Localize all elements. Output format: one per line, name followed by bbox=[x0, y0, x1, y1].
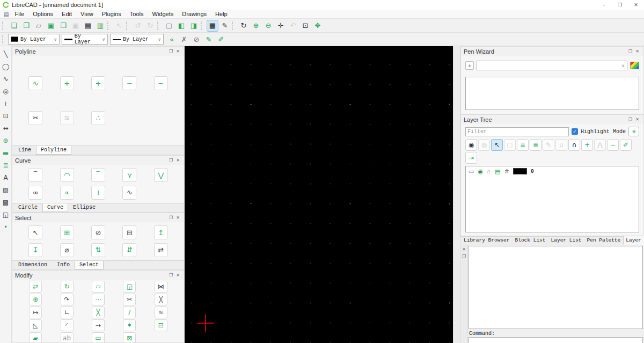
remove-layer-button[interactable]: − bbox=[607, 139, 619, 151]
tab-layer-tree[interactable]: Layer Tree bbox=[623, 236, 644, 245]
zoom-in-button[interactable]: ⊕ bbox=[250, 20, 262, 32]
tool-line[interactable]: ╲ bbox=[1, 49, 11, 59]
gear-icon[interactable]: ✳ bbox=[628, 127, 639, 136]
save-button[interactable]: ▣ bbox=[45, 20, 57, 32]
tool-block[interactable]: ◱ bbox=[1, 210, 11, 219]
menu-help[interactable]: Help bbox=[211, 10, 232, 18]
tool-measure[interactable]: ▬ bbox=[1, 148, 11, 157]
layer-region-button[interactable]: ▢ bbox=[504, 139, 516, 151]
tab-curve[interactable]: Curve bbox=[42, 203, 68, 212]
trim-segments-tool[interactable]: ✂ bbox=[28, 111, 42, 125]
tool-polyline[interactable]: ≀ bbox=[1, 99, 11, 108]
float-dock-icon[interactable]: ❐ bbox=[460, 254, 467, 259]
restore-button[interactable]: ❐ bbox=[612, 0, 628, 10]
scale-tool[interactable]: ▱ bbox=[92, 281, 105, 293]
select-contour-tool[interactable]: ↥ bbox=[154, 225, 168, 239]
drawing-canvas[interactable] bbox=[185, 46, 453, 343]
select-entity-tool[interactable]: ↖ bbox=[28, 225, 42, 239]
unlock-all-layers-button[interactable]: ∪ bbox=[555, 139, 567, 151]
back-button[interactable]: « bbox=[166, 33, 178, 45]
explode-tool[interactable]: ✶ bbox=[123, 319, 136, 331]
close-dock-icon[interactable]: ✕ bbox=[460, 247, 467, 252]
tab-dimension[interactable]: Dimension bbox=[13, 261, 52, 269]
construction-layer-button[interactable]: ⋀ bbox=[594, 139, 606, 151]
invert-selection-tool[interactable]: ⇄ bbox=[154, 243, 168, 257]
bevel-tool[interactable]: ◺ bbox=[29, 319, 42, 331]
close-dock-icon[interactable]: ✕ bbox=[634, 49, 641, 54]
delete-between-nodes-tool[interactable]: − bbox=[154, 76, 168, 90]
toolbar-handle[interactable] bbox=[2, 35, 6, 43]
tab-pen-palette[interactable]: Pen Palette bbox=[584, 236, 624, 245]
toolbar-handle[interactable] bbox=[157, 21, 161, 30]
attributes-tool[interactable]: ◲ bbox=[123, 281, 136, 293]
close-dock-icon[interactable]: ✕ bbox=[174, 49, 181, 54]
arc-center-point-angles-tool[interactable]: ⌒ bbox=[28, 168, 42, 182]
stretch-tool[interactable]: ⇢ bbox=[92, 319, 105, 331]
arc-tangential-tool[interactable]: ⌒ bbox=[91, 168, 105, 182]
close-dock-icon[interactable]: ✕ bbox=[174, 215, 181, 220]
trim-tool[interactable]: ✂ bbox=[123, 294, 136, 305]
fillet-tool[interactable]: ◜ bbox=[61, 319, 74, 331]
add-layer-button[interactable]: + bbox=[581, 139, 593, 151]
deselect-entity-tool[interactable]: ⊘ bbox=[91, 225, 105, 239]
layer-lock-toggle[interactable]: ∩ bbox=[487, 168, 491, 175]
tool-modify[interactable]: ⊕ bbox=[1, 136, 11, 145]
edit-layer-button[interactable]: ✐ bbox=[620, 139, 632, 151]
cut-tool[interactable]: ╳ bbox=[92, 306, 105, 318]
add-node-tool[interactable]: + bbox=[60, 76, 74, 90]
arc-three-points-tool[interactable]: ◠ bbox=[60, 168, 74, 182]
construction-frame-toggle[interactable]: ▭ bbox=[469, 168, 474, 175]
menu-edit[interactable]: Edit bbox=[57, 10, 76, 18]
move-copy-tool[interactable]: ⇄ bbox=[29, 281, 42, 293]
pan-zoom-button[interactable]: ✥ bbox=[312, 20, 324, 32]
menu-file[interactable]: File bbox=[10, 10, 28, 18]
menu-drawings[interactable]: Drawings bbox=[178, 10, 211, 18]
float-dock-icon[interactable]: ❐ bbox=[167, 49, 174, 54]
toolbar-handle[interactable] bbox=[107, 21, 111, 30]
delete-node-tool[interactable]: − bbox=[122, 76, 136, 90]
tab-info[interactable]: Info bbox=[52, 261, 75, 269]
parabola-focus-directrix-tool[interactable]: ∝ bbox=[60, 186, 74, 200]
tab-block-list[interactable]: Block List bbox=[513, 236, 548, 245]
equidistant-polylines-tool[interactable]: ≋ bbox=[60, 111, 74, 125]
kill-all-actions-button[interactable]: ✗ bbox=[178, 33, 190, 45]
pen-wizard-combo[interactable]: ∨ bbox=[477, 61, 627, 70]
new-child-layer-button[interactable]: ⇥ bbox=[465, 152, 477, 164]
grid-toggle[interactable]: ▦ bbox=[207, 20, 218, 32]
edit-polyline-tool[interactable]: ▭ bbox=[92, 332, 105, 342]
color-palette-button[interactable] bbox=[630, 62, 639, 69]
print-button[interactable]: ▤ bbox=[82, 20, 94, 32]
tool-text[interactable]: A bbox=[1, 173, 11, 182]
flatten-tree-button[interactable]: ≣ bbox=[530, 139, 541, 151]
tool-ellipse[interactable]: ◎ bbox=[1, 86, 11, 96]
menu-plugins[interactable]: Plugins bbox=[98, 10, 126, 18]
menu-options[interactable]: Options bbox=[28, 10, 57, 18]
mirror-tool[interactable]: ⋈ bbox=[155, 281, 167, 293]
float-dock-icon[interactable]: ❐ bbox=[627, 49, 634, 54]
hide-all-layers-button[interactable]: ◎ bbox=[478, 139, 490, 151]
tool-dimension[interactable]: ↔ bbox=[1, 123, 11, 133]
open-button[interactable]: ▱ bbox=[33, 20, 45, 32]
rotate-two-tool[interactable]: ⊕ bbox=[29, 294, 42, 305]
select-window-tool[interactable]: ⊞ bbox=[60, 225, 74, 239]
draw-on-layer-button[interactable]: ✎ bbox=[543, 139, 554, 151]
trim-two-tool[interactable]: ╳ bbox=[155, 294, 167, 305]
tab-select[interactable]: Select bbox=[75, 261, 104, 269]
bezier-curve-tool[interactable]: ≀ bbox=[91, 186, 105, 200]
tool-curve[interactable]: ∿ bbox=[1, 74, 11, 83]
pen-color-combo[interactable]: By Layer ∨ bbox=[8, 34, 60, 45]
spline-through-points-tool[interactable]: ⋁ bbox=[154, 168, 168, 182]
minimize-button[interactable]: – bbox=[596, 0, 612, 10]
layer-print-toggle[interactable]: ▤ bbox=[495, 168, 500, 175]
left-dock-toggle[interactable]: ◧ bbox=[175, 20, 187, 32]
parabola-four-points-tool[interactable]: ∞ bbox=[28, 186, 42, 200]
tab-polyline[interactable]: Polyline bbox=[36, 146, 71, 155]
tool-circle[interactable]: ◯ bbox=[1, 62, 11, 71]
lengthen-tool[interactable]: ↦ bbox=[29, 306, 42, 318]
redraw-button[interactable]: ↻ bbox=[238, 20, 250, 32]
pick-pen-button[interactable]: ✎ bbox=[203, 33, 215, 45]
toolbar-handle[interactable] bbox=[2, 21, 6, 30]
layer-list[interactable]: ▭◉∩▤# 0 bbox=[465, 166, 639, 232]
layer-visibility-toggle[interactable]: ◉ bbox=[478, 168, 483, 175]
layer-row[interactable]: ▭◉∩▤# 0 bbox=[466, 166, 639, 176]
